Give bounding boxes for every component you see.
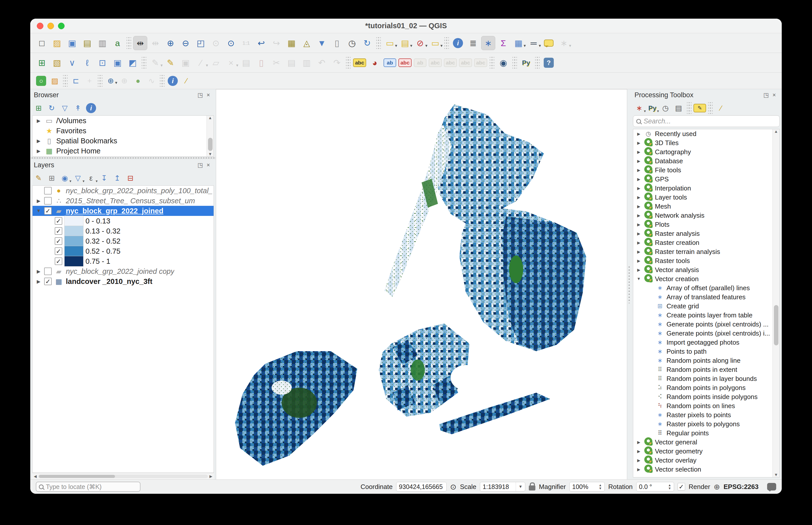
magnifier-spinner[interactable]: ▲▼ <box>569 482 605 492</box>
algorithm-item[interactable]: ▶Vector overlay <box>633 456 780 465</box>
plugin-info-button[interactable]: i <box>166 75 179 87</box>
algorithm-item[interactable]: ▶Cartography <box>633 147 780 156</box>
zoom-to-layer-button[interactable]: ⊙ <box>224 36 238 50</box>
expander-icon[interactable]: ▶ <box>35 269 42 274</box>
python-console-button[interactable]: Py <box>519 56 533 70</box>
algorithm-item[interactable]: ∗Import geotagged photos <box>633 338 780 347</box>
toolbox-scripts-button[interactable]: Py▾ <box>647 102 658 114</box>
collapse-all-layers-button[interactable]: ↥ <box>112 172 123 184</box>
edit-features-in-place-button[interactable]: ✎ <box>694 102 706 114</box>
render-checkbox[interactable]: ✓ <box>678 483 685 491</box>
toolbar-separator[interactable] <box>512 57 517 69</box>
algorithm-item[interactable]: ▼Vector creation <box>633 274 780 283</box>
browser-item[interactable]: ▶▦Project Home <box>32 146 214 156</box>
toolbox-history-button[interactable]: ◷ <box>660 102 671 114</box>
layers-close-button[interactable]: × <box>204 161 212 169</box>
toolbar-separator[interactable] <box>63 75 68 87</box>
rotation-spinner[interactable]: ▲▼ <box>636 482 674 492</box>
right-dock-splitter[interactable] <box>627 89 631 479</box>
save-project-button[interactable]: ▣ <box>65 36 79 50</box>
toolbar-separator[interactable] <box>444 37 449 49</box>
delete-selected-button[interactable]: ▯ <box>254 56 268 70</box>
visibility-checkbox[interactable]: ✓ <box>55 257 62 265</box>
toolbox-options-button[interactable]: ∕ <box>715 102 727 114</box>
visibility-checkbox[interactable]: ✓ <box>55 227 62 235</box>
new-mesh-layer-button[interactable]: ◩ <box>126 56 140 70</box>
coordinate-field[interactable] <box>396 482 447 492</box>
toolbar-separator[interactable] <box>127 37 131 49</box>
add-polygon-feature-button[interactable]: ▱ <box>209 56 223 70</box>
layer-item[interactable]: ✓0.13 - 0.32 <box>32 226 214 236</box>
filter-legend-button[interactable]: ▽▾ <box>72 172 84 184</box>
new-shape-digitizing-button[interactable]: ● <box>132 75 144 87</box>
modify-attributes-button[interactable]: ▤ <box>239 56 253 70</box>
cut-features-button[interactable]: ✂ <box>269 56 284 70</box>
identify-features-button[interactable]: i <box>451 36 465 50</box>
algorithm-item[interactable]: ⠪Random points inside polygons <box>633 392 780 401</box>
expander-icon[interactable]: ▶ <box>636 467 642 472</box>
save-layer-edits-button[interactable]: ▣ <box>178 56 193 70</box>
new-geopackage-layer-button[interactable]: ▧ <box>50 56 64 70</box>
zoom-last-button[interactable]: ↩ <box>254 36 268 50</box>
expander-icon[interactable]: ▼ <box>35 208 42 214</box>
spin-down-icon[interactable]: ▼ <box>599 487 602 490</box>
expander-icon[interactable]: ▶ <box>636 250 642 254</box>
scale-combo[interactable]: ▼ <box>480 482 525 492</box>
algorithm-item[interactable]: ∗Points to path <box>633 347 780 356</box>
visibility-checkbox[interactable]: ✓ <box>55 217 62 225</box>
algorithm-item[interactable]: ▶Raster terrain analysis <box>633 247 780 256</box>
algorithm-item[interactable]: ∗Raster pixels to polygons <box>633 419 780 429</box>
algorithm-item[interactable]: ▶Mesh <box>633 202 780 211</box>
map-tips-button[interactable] <box>542 36 556 50</box>
expander-icon[interactable]: ▶ <box>35 198 42 204</box>
toolbar-separator[interactable] <box>687 102 692 114</box>
visibility-checkbox[interactable] <box>44 187 52 194</box>
toolbar-separator[interactable] <box>142 57 146 69</box>
paste-features-button[interactable]: ▥ <box>300 56 314 70</box>
open-attribute-table-button[interactable]: ▦▾ <box>511 36 525 50</box>
show-spatial-bookmarks-button[interactable]: ▯ <box>330 36 344 50</box>
expander-icon[interactable]: ▶ <box>35 148 42 154</box>
run-feature-action-button[interactable]: ∗▾ <box>557 36 571 50</box>
toolbar-separator[interactable] <box>376 37 381 49</box>
pin-labels-button[interactable]: ab <box>383 56 397 70</box>
copy-features-button[interactable]: ▤ <box>285 56 299 70</box>
algorithm-item[interactable]: ⠵Random points in polygons <box>633 383 780 392</box>
zoom-out-button[interactable]: ⊖ <box>178 36 193 50</box>
open-project-button[interactable]: ▨ <box>50 36 64 50</box>
new-spatialite-layer-button[interactable]: ℓ <box>80 56 94 70</box>
temporal-controller-button[interactable]: ◷ <box>345 36 359 50</box>
toolbar-separator[interactable] <box>708 102 713 114</box>
algorithm-item[interactable]: ⠿Random points in layer bounds <box>633 374 780 383</box>
deselect-features-button[interactable]: ⊘▾ <box>413 36 427 50</box>
extents-toggle-icon[interactable]: ⊙ <box>450 482 456 491</box>
browser-item[interactable]: ★Favorites <box>32 126 214 136</box>
expander-icon[interactable]: ▶ <box>636 258 642 263</box>
toolbar-separator[interactable] <box>98 75 102 87</box>
pan-to-selection-button[interactable]: ⇹ <box>148 36 162 50</box>
help-contents-button[interactable]: ? <box>542 56 556 70</box>
expander-icon[interactable]: ▶ <box>636 177 642 182</box>
toolbar-separator[interactable] <box>160 75 164 87</box>
magnifier-input[interactable] <box>572 483 597 491</box>
scroll-up-icon[interactable]: ▲ <box>208 116 212 120</box>
browser-scrollbar[interactable]: ▲ ▼ <box>206 116 214 156</box>
filter-by-expression-button[interactable]: ε▾ <box>85 172 97 184</box>
visibility-checkbox[interactable]: ✓ <box>55 237 62 245</box>
scroll-down-icon[interactable]: ▼ <box>208 152 212 156</box>
current-edits-button[interactable]: ✎▾ <box>148 56 162 70</box>
style-manager-button[interactable]: a <box>111 36 125 50</box>
toolbar-separator[interactable] <box>346 57 350 69</box>
browser-close-button[interactable]: × <box>204 91 212 99</box>
select-by-location-button[interactable]: ▭▾ <box>428 36 442 50</box>
algorithm-item[interactable]: ▶Plots <box>633 220 780 229</box>
layer-labeling-options-button[interactable]: abc <box>352 56 367 70</box>
browser-item[interactable]: ▶▯Spatial Bookmarks <box>32 136 214 146</box>
zoom-next-button[interactable]: ↪ <box>269 36 284 50</box>
show-layout-manager-button[interactable]: ▥ <box>95 36 110 50</box>
algorithm-item[interactable]: ∗Generate points (pixel centroids) ... <box>633 320 780 329</box>
coordinate-capture-button[interactable]: + <box>83 75 96 87</box>
algorithm-item[interactable]: ▶Layer tools <box>633 193 780 202</box>
expander-icon[interactable]: ▶ <box>35 279 42 284</box>
toolbox-models-button[interactable]: ∗▾ <box>634 102 645 114</box>
